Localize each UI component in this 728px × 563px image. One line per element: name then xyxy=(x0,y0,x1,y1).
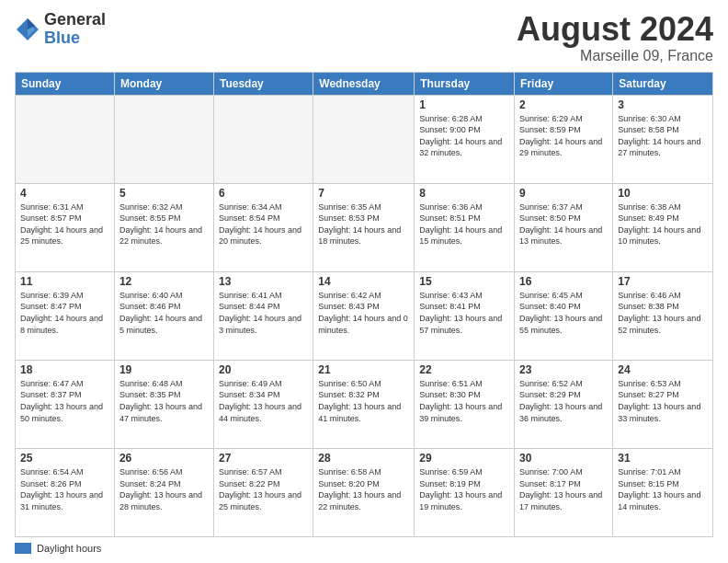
day-cell: 23Sunrise: 6:52 AM Sunset: 8:29 PM Dayli… xyxy=(515,360,613,448)
col-header-sunday: Sunday xyxy=(16,72,115,95)
day-number: 19 xyxy=(119,363,209,376)
day-number: 30 xyxy=(519,452,608,465)
day-number: 3 xyxy=(618,98,708,111)
day-cell: 22Sunrise: 6:51 AM Sunset: 8:30 PM Dayli… xyxy=(415,360,515,448)
day-info: Sunrise: 6:48 AM Sunset: 8:35 PM Dayligh… xyxy=(119,378,209,424)
day-info: Sunrise: 6:40 AM Sunset: 8:46 PM Dayligh… xyxy=(119,290,209,336)
day-info: Sunrise: 6:31 AM Sunset: 8:57 PM Dayligh… xyxy=(20,201,109,247)
day-number: 23 xyxy=(519,363,608,376)
day-cell: 18Sunrise: 6:47 AM Sunset: 8:37 PM Dayli… xyxy=(16,360,115,448)
day-info: Sunrise: 6:43 AM Sunset: 8:41 PM Dayligh… xyxy=(419,290,509,336)
day-number: 20 xyxy=(219,363,308,376)
day-info: Sunrise: 6:51 AM Sunset: 8:30 PM Dayligh… xyxy=(419,378,509,424)
day-number: 10 xyxy=(618,187,708,200)
header: General Blue August 2024 Marseille 09, F… xyxy=(15,11,713,64)
col-header-saturday: Saturday xyxy=(613,72,713,95)
header-row: SundayMondayTuesdayWednesdayThursdayFrid… xyxy=(16,72,713,95)
calendar-table: SundayMondayTuesdayWednesdayThursdayFrid… xyxy=(15,72,713,537)
day-info: Sunrise: 6:38 AM Sunset: 8:49 PM Dayligh… xyxy=(618,201,708,247)
day-number: 9 xyxy=(519,187,608,200)
day-number: 24 xyxy=(618,363,708,376)
day-cell: 3Sunrise: 6:30 AM Sunset: 8:58 PM Daylig… xyxy=(613,95,713,183)
day-info: Sunrise: 6:50 AM Sunset: 8:32 PM Dayligh… xyxy=(318,378,409,424)
col-header-wednesday: Wednesday xyxy=(313,72,415,95)
day-cell: 26Sunrise: 6:56 AM Sunset: 8:24 PM Dayli… xyxy=(114,448,213,536)
day-number: 21 xyxy=(318,363,409,376)
day-info: Sunrise: 7:01 AM Sunset: 8:15 PM Dayligh… xyxy=(618,466,708,512)
day-number: 22 xyxy=(419,363,509,376)
day-cell xyxy=(16,95,115,183)
day-cell: 4Sunrise: 6:31 AM Sunset: 8:57 PM Daylig… xyxy=(16,183,115,271)
day-info: Sunrise: 6:34 AM Sunset: 8:54 PM Dayligh… xyxy=(219,201,308,247)
month-year: August 2024 xyxy=(517,11,713,48)
day-cell: 21Sunrise: 6:50 AM Sunset: 8:32 PM Dayli… xyxy=(313,360,415,448)
day-number: 12 xyxy=(119,275,209,288)
day-cell: 25Sunrise: 6:54 AM Sunset: 8:26 PM Dayli… xyxy=(16,448,115,536)
day-cell: 15Sunrise: 6:43 AM Sunset: 8:41 PM Dayli… xyxy=(415,271,515,360)
day-info: Sunrise: 6:30 AM Sunset: 8:58 PM Dayligh… xyxy=(618,113,708,159)
week-row-2: 11Sunrise: 6:39 AM Sunset: 8:47 PM Dayli… xyxy=(16,271,713,360)
day-cell: 11Sunrise: 6:39 AM Sunset: 8:47 PM Dayli… xyxy=(16,271,115,360)
day-info: Sunrise: 6:49 AM Sunset: 8:34 PM Dayligh… xyxy=(219,378,308,424)
col-header-thursday: Thursday xyxy=(415,72,515,95)
day-cell: 24Sunrise: 6:53 AM Sunset: 8:27 PM Dayli… xyxy=(613,360,713,448)
day-number: 8 xyxy=(419,187,509,200)
day-cell xyxy=(213,95,313,183)
day-cell: 31Sunrise: 7:01 AM Sunset: 8:15 PM Dayli… xyxy=(613,448,713,536)
legend: Daylight hours xyxy=(15,543,713,554)
day-info: Sunrise: 6:32 AM Sunset: 8:55 PM Dayligh… xyxy=(119,201,209,247)
day-info: Sunrise: 6:36 AM Sunset: 8:51 PM Dayligh… xyxy=(419,201,509,247)
day-info: Sunrise: 6:56 AM Sunset: 8:24 PM Dayligh… xyxy=(119,466,209,512)
day-number: 29 xyxy=(419,452,509,465)
title-block: August 2024 Marseille 09, France xyxy=(517,11,713,64)
day-cell: 8Sunrise: 6:36 AM Sunset: 8:51 PM Daylig… xyxy=(415,183,515,271)
day-cell: 20Sunrise: 6:49 AM Sunset: 8:34 PM Dayli… xyxy=(213,360,313,448)
day-number: 31 xyxy=(618,452,708,465)
logo-text: General Blue xyxy=(44,11,106,48)
week-row-0: 1Sunrise: 6:28 AM Sunset: 9:00 PM Daylig… xyxy=(16,95,713,183)
day-cell: 2Sunrise: 6:29 AM Sunset: 8:59 PM Daylig… xyxy=(515,95,613,183)
week-row-1: 4Sunrise: 6:31 AM Sunset: 8:57 PM Daylig… xyxy=(16,183,713,271)
day-cell: 27Sunrise: 6:57 AM Sunset: 8:22 PM Dayli… xyxy=(213,448,313,536)
day-number: 16 xyxy=(519,275,608,288)
day-info: Sunrise: 6:47 AM Sunset: 8:37 PM Dayligh… xyxy=(20,378,109,424)
day-info: Sunrise: 6:41 AM Sunset: 8:44 PM Dayligh… xyxy=(219,290,308,336)
day-info: Sunrise: 6:57 AM Sunset: 8:22 PM Dayligh… xyxy=(219,466,308,512)
day-number: 7 xyxy=(318,187,409,200)
day-number: 6 xyxy=(219,187,308,200)
day-cell: 7Sunrise: 6:35 AM Sunset: 8:53 PM Daylig… xyxy=(313,183,415,271)
col-header-tuesday: Tuesday xyxy=(213,72,313,95)
logo: General Blue xyxy=(15,11,106,48)
day-info: Sunrise: 6:58 AM Sunset: 8:20 PM Dayligh… xyxy=(318,466,409,512)
day-cell: 6Sunrise: 6:34 AM Sunset: 8:54 PM Daylig… xyxy=(213,183,313,271)
day-cell: 13Sunrise: 6:41 AM Sunset: 8:44 PM Dayli… xyxy=(213,271,313,360)
day-number: 2 xyxy=(519,98,608,111)
day-info: Sunrise: 6:54 AM Sunset: 8:26 PM Dayligh… xyxy=(20,466,109,512)
day-info: Sunrise: 6:52 AM Sunset: 8:29 PM Dayligh… xyxy=(519,378,608,424)
day-cell: 19Sunrise: 6:48 AM Sunset: 8:35 PM Dayli… xyxy=(114,360,213,448)
day-cell: 9Sunrise: 6:37 AM Sunset: 8:50 PM Daylig… xyxy=(515,183,613,271)
day-cell xyxy=(114,95,213,183)
legend-label: Daylight hours xyxy=(37,543,101,554)
day-info: Sunrise: 6:45 AM Sunset: 8:40 PM Dayligh… xyxy=(519,290,608,336)
legend-color-box xyxy=(15,543,31,554)
day-info: Sunrise: 6:53 AM Sunset: 8:27 PM Dayligh… xyxy=(618,378,708,424)
location: Marseille 09, France xyxy=(517,48,713,64)
logo-icon xyxy=(15,17,40,42)
day-number: 17 xyxy=(618,275,708,288)
day-number: 25 xyxy=(20,452,109,465)
day-cell: 17Sunrise: 6:46 AM Sunset: 8:38 PM Dayli… xyxy=(613,271,713,360)
logo-general-text: General xyxy=(44,11,106,29)
day-info: Sunrise: 6:42 AM Sunset: 8:43 PM Dayligh… xyxy=(318,290,409,336)
day-info: Sunrise: 6:35 AM Sunset: 8:53 PM Dayligh… xyxy=(318,201,409,247)
day-cell: 1Sunrise: 6:28 AM Sunset: 9:00 PM Daylig… xyxy=(415,95,515,183)
day-number: 5 xyxy=(119,187,209,200)
day-cell: 30Sunrise: 7:00 AM Sunset: 8:17 PM Dayli… xyxy=(515,448,613,536)
day-info: Sunrise: 6:29 AM Sunset: 8:59 PM Dayligh… xyxy=(519,113,608,159)
day-cell xyxy=(313,95,415,183)
day-cell: 10Sunrise: 6:38 AM Sunset: 8:49 PM Dayli… xyxy=(613,183,713,271)
day-number: 18 xyxy=(20,363,109,376)
day-info: Sunrise: 6:59 AM Sunset: 8:19 PM Dayligh… xyxy=(419,466,509,512)
logo-blue-text: Blue xyxy=(44,29,106,48)
day-cell: 29Sunrise: 6:59 AM Sunset: 8:19 PM Dayli… xyxy=(415,448,515,536)
